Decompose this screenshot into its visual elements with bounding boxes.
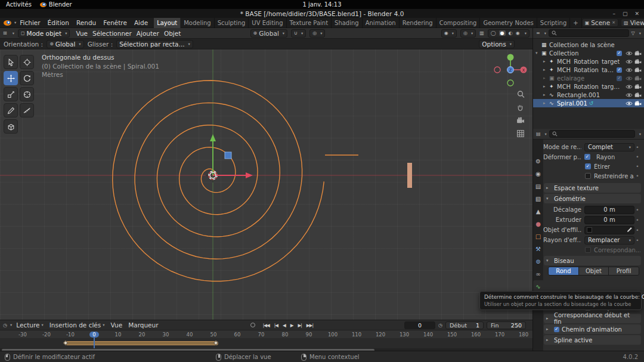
- cursor-tool[interactable]: [20, 55, 34, 69]
- outliner-search-input[interactable]: [549, 29, 629, 37]
- axis-x-negative[interactable]: [494, 67, 500, 73]
- menu-item[interactable]: Fenêtre: [100, 18, 131, 28]
- drag-mode-dropdown[interactable]: Sélection par recta... ▾: [116, 40, 193, 48]
- hide-in-viewport-eye-icon[interactable]: [626, 51, 633, 56]
- close-button[interactable]: ✕: [634, 11, 639, 17]
- viewport-menu-item[interactable]: Sélectionner: [90, 28, 134, 38]
- workspace-tab[interactable]: Modeling: [181, 18, 215, 28]
- expand-arrow-icon[interactable]: ▾: [535, 51, 541, 55]
- expand-arrow-icon[interactable]: ▸: [543, 84, 549, 89]
- item-label[interactable]: Collection: [549, 50, 578, 57]
- workspace-tab[interactable]: UV Editing: [249, 18, 286, 28]
- shading-wireframe-button[interactable]: ◯: [491, 30, 496, 36]
- item-label[interactable]: Rectangle.001: [557, 92, 600, 98]
- outliner-row[interactable]: ▦ Collection de la scène ✓: [533, 41, 644, 49]
- properties-tab[interactable]: ●: [533, 218, 543, 230]
- animate-decorator[interactable]: •: [634, 237, 640, 243]
- blender-logo-menu[interactable]: [4, 20, 11, 26]
- menu-item[interactable]: Aide: [131, 18, 151, 28]
- exclude-checkbox[interactable]: ✓: [617, 76, 622, 81]
- options-dropdown[interactable]: Options ▾: [479, 40, 515, 48]
- animate-decorator[interactable]: •: [634, 144, 640, 150]
- item-label[interactable]: Spiral.001: [557, 100, 587, 107]
- transport-button[interactable]: ▶▶|: [304, 323, 315, 328]
- workspace-tab[interactable]: Compositing: [436, 18, 481, 28]
- workspace-tab[interactable]: Geometry Nodes: [480, 18, 537, 28]
- viewport-menu-item[interactable]: Objet: [162, 28, 183, 38]
- zoom-icon[interactable]: [516, 90, 525, 98]
- outliner-row[interactable]: ▾ ▣ Collection ✓: [533, 49, 644, 57]
- animate-decorator[interactable]: •: [634, 207, 640, 213]
- transport-button[interactable]: |◀◀: [261, 323, 272, 328]
- disable-in-render-camera-icon[interactable]: [634, 92, 642, 98]
- timeline-menu-item[interactable]: Insertion de clés▾: [47, 321, 108, 329]
- app-menu-button[interactable]: Blender: [49, 1, 72, 8]
- disable-in-render-camera-icon[interactable]: [634, 76, 642, 81]
- auto-key-record-button[interactable]: [250, 323, 255, 327]
- axis-y-negative[interactable]: [507, 80, 513, 86]
- exclude-checkbox[interactable]: ✓: [617, 67, 622, 73]
- minimize-button[interactable]: –: [612, 11, 615, 17]
- expand-arrow-icon[interactable]: ▸: [543, 67, 549, 72]
- expand-arrow-icon[interactable]: ▸: [543, 59, 549, 64]
- current-frame-field[interactable]: 0: [404, 321, 435, 329]
- properties-tab[interactable]: ⊚: [533, 255, 543, 267]
- animate-decorator[interactable]: •: [634, 173, 640, 179]
- frame-start-field[interactable]: Début1: [445, 321, 484, 329]
- scale-tool[interactable]: [4, 87, 18, 101]
- snap-toggle[interactable]: ∪ ▾: [291, 29, 306, 38]
- motion-paths-panel-header[interactable]: ▸ ✓ Chemin d'animation: [544, 324, 641, 334]
- workspace-tab[interactable]: Rendering: [400, 18, 436, 28]
- outliner-row[interactable]: ▸ ✦ MCH_Rotation_target ✓: [533, 57, 644, 66]
- transform-tool[interactable]: [20, 87, 34, 101]
- item-label[interactable]: MCH_Rotation_target.001: [557, 83, 622, 90]
- properties-tab[interactable]: ⚒: [533, 243, 543, 255]
- spiral-curve[interactable]: [113, 81, 324, 281]
- filter-icon[interactable]: ▽: [631, 30, 635, 36]
- outliner-row[interactable]: ▸ ✦ MCH_Rotation_target. ✓: [533, 66, 644, 74]
- axis-y-positive[interactable]: [507, 54, 514, 61]
- measure-tool[interactable]: [20, 103, 34, 117]
- disable-in-render-camera-icon[interactable]: [634, 67, 642, 73]
- shading-dropdown[interactable]: ▾: [525, 31, 527, 36]
- mode-selector[interactable]: ◻ Mode objet ▾: [18, 29, 70, 38]
- offset-field[interactable]: 0 m: [584, 206, 634, 214]
- outliner-row[interactable]: ▸ ∿ Spiral.001 ↺ ✓: [533, 99, 644, 107]
- outliner-editor-icon[interactable]: ≡: [536, 30, 540, 36]
- properties-tab[interactable]: □: [533, 230, 543, 242]
- item-label[interactable]: MCH_Rotation_target: [557, 58, 620, 65]
- proportional-edit-dropdown[interactable]: ◎ ▾: [309, 29, 325, 38]
- pan-hand-icon[interactable]: [516, 103, 525, 112]
- animate-decorator[interactable]: •: [634, 163, 640, 169]
- hide-in-viewport-eye-icon[interactable]: [626, 92, 633, 98]
- hide-in-viewport-eye-icon[interactable]: [626, 84, 633, 89]
- texture-space-panel-header[interactable]: ▸ Espace texture: [544, 183, 641, 193]
- properties-tab[interactable]: ▧: [533, 193, 543, 205]
- transport-button[interactable]: ▶: [288, 323, 296, 328]
- tweak-select-tool[interactable]: [4, 55, 18, 69]
- radius-label[interactable]: Rayon: [596, 154, 615, 160]
- animate-decorator[interactable]: •: [634, 154, 640, 160]
- desktop-clock[interactable]: 1 janv. 14:13: [302, 1, 341, 8]
- menu-item[interactable]: Édition: [44, 18, 73, 28]
- transport-button[interactable]: |◀: [272, 323, 280, 328]
- scene-selector[interactable]: ▣ Scene ✕: [582, 18, 618, 27]
- camera-view-icon[interactable]: [516, 116, 525, 125]
- timeline-editor-icon[interactable]: ◷: [3, 323, 7, 328]
- workspace-tab[interactable]: Shading: [332, 18, 363, 28]
- current-frame-line[interactable]: [94, 338, 95, 348]
- properties-tab[interactable]: ◉: [533, 168, 543, 180]
- workspace-tab[interactable]: Sculpting: [215, 18, 249, 28]
- activities-button[interactable]: Activités: [6, 1, 32, 8]
- move-tool[interactable]: [4, 71, 18, 85]
- timeline-menu-item[interactable]: Vue▾: [108, 321, 126, 329]
- editor-type-icon[interactable]: ⊞: [3, 30, 7, 36]
- extrude-field[interactable]: 0 m: [584, 216, 634, 224]
- active-spline-panel-header[interactable]: ▸ Spline active: [544, 335, 641, 345]
- workspace-tab[interactable]: Animation: [363, 18, 400, 28]
- outliner-row[interactable]: ▸ ✦ MCH_Rotation_target.001 ✓: [533, 82, 644, 91]
- timeline-track-area[interactable]: [0, 338, 532, 348]
- properties-tab[interactable]: ⚙: [533, 155, 543, 167]
- shading-rendered-button[interactable]: ◉: [516, 30, 520, 36]
- bevel-mode-button[interactable]: Objet: [579, 267, 609, 275]
